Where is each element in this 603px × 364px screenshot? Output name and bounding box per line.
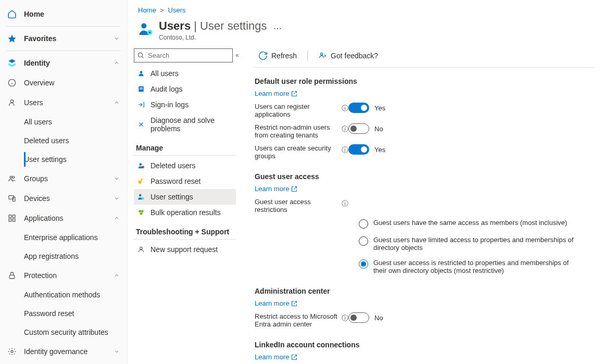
- section-title: LinkedIn account connections: [255, 341, 595, 349]
- sidebar-item-devices[interactable]: Devices: [0, 189, 127, 208]
- learn-more-link[interactable]: Learn more: [255, 185, 297, 193]
- sidebar-item-auth-methods[interactable]: Authentication methods: [24, 285, 127, 304]
- subnav: « All users Audit logs Sign-in logs Diag…: [128, 46, 242, 364]
- section-title: Guest user access: [255, 172, 595, 181]
- info-icon[interactable]: ⓘ: [342, 145, 348, 155]
- sidebar-item-favorites[interactable]: Favorites: [0, 29, 127, 48]
- signin-icon: [137, 101, 145, 109]
- sidebar-item-enterprise-apps[interactable]: Enterprise applications: [24, 228, 127, 247]
- subnav-diagnose[interactable]: Diagnose and solve problems: [134, 112, 236, 136]
- feedback-button[interactable]: Got feedback?: [314, 49, 382, 62]
- subnav-signin-logs[interactable]: Sign-in logs: [134, 97, 236, 112]
- info-icon: [7, 78, 17, 87]
- toolbar-label: Refresh: [271, 52, 297, 60]
- sidebar-item-label: Deleted users: [24, 136, 121, 145]
- toggle-create-groups[interactable]: [348, 144, 369, 155]
- subnav-label: Sign-in logs: [150, 101, 189, 109]
- svg-rect-8: [9, 215, 11, 218]
- svg-rect-11: [12, 219, 15, 221]
- info-icon[interactable]: ⓘ: [342, 124, 348, 134]
- section-guest-access: Guest user access Learn more Guest user …: [255, 172, 595, 274]
- sidebar-item-label: Protection: [24, 271, 114, 280]
- chevron-up-icon: [114, 272, 121, 279]
- lock-icon: [7, 271, 17, 280]
- collapse-subnav-button[interactable]: «: [235, 52, 239, 59]
- toggle-value: Yes: [374, 146, 385, 154]
- svg-point-33: [140, 247, 143, 249]
- subnav-support[interactable]: New support request: [134, 242, 236, 257]
- sidebar-item-applications[interactable]: Applications: [0, 208, 127, 228]
- svg-point-31: [141, 210, 144, 212]
- svg-point-23: [140, 163, 142, 166]
- radio-guest-limited[interactable]: Guest users have limited access to prope…: [359, 236, 595, 252]
- subnav-label: New support request: [150, 245, 218, 254]
- more-actions-button[interactable]: ⋯: [273, 23, 282, 33]
- svg-point-17: [138, 53, 142, 57]
- search-icon: [137, 52, 144, 59]
- sidebar-item-groups[interactable]: Groups: [0, 169, 127, 189]
- svg-point-13: [11, 350, 13, 353]
- sidebar-item-label: User settings: [24, 155, 121, 164]
- svg-point-14: [141, 23, 146, 29]
- chevron-up-icon: [114, 215, 121, 221]
- sidebar-item-label: Groups: [24, 174, 114, 183]
- toolbar-label: Got feedback?: [331, 52, 378, 60]
- svg-rect-26: [141, 179, 142, 182]
- subnav-all-users[interactable]: All users: [134, 66, 236, 81]
- subnav-password-reset[interactable]: Password reset: [134, 173, 236, 189]
- sidebar-item-password-reset[interactable]: Password reset: [24, 304, 127, 323]
- users-settings-icon: [138, 21, 154, 37]
- page-title-bold: Users: [159, 19, 191, 32]
- sidebar-item-protection[interactable]: Protection: [0, 266, 127, 285]
- refresh-button[interactable]: Refresh: [255, 49, 301, 62]
- subnav-user-settings[interactable]: User settings: [134, 189, 236, 205]
- subnav-audit-logs[interactable]: Audit logs: [134, 81, 236, 97]
- svg-point-24: [142, 166, 144, 169]
- svg-rect-10: [9, 219, 11, 221]
- svg-point-5: [12, 176, 15, 178]
- support-icon: [137, 245, 145, 254]
- search-input[interactable]: [134, 48, 233, 62]
- learn-more-link[interactable]: Learn more: [255, 90, 297, 97]
- toggle-register-apps[interactable]: [348, 103, 369, 113]
- setting-label: Restrict non-admin users from creating t…: [255, 123, 338, 139]
- sidebar-item-identity[interactable]: Identity: [0, 53, 127, 73]
- devices-icon: [7, 194, 17, 203]
- learn-more-link[interactable]: Learn more: [255, 353, 297, 361]
- section-linkedin: LinkedIn account connections Learn more …: [255, 341, 595, 364]
- sidebar-item-label: Applications: [24, 214, 114, 222]
- info-icon[interactable]: ⓘ: [342, 104, 348, 113]
- refresh-icon: [259, 52, 267, 60]
- sidebar-item-home[interactable]: Home: [0, 4, 127, 24]
- svg-rect-9: [12, 215, 15, 218]
- chevron-down-icon: [114, 35, 121, 42]
- subnav-deleted-users[interactable]: Deleted users: [134, 158, 236, 173]
- sidebar-item-custom-security[interactable]: Custom security attributes: [24, 323, 127, 342]
- subnav-bulk-ops[interactable]: Bulk operation results: [134, 205, 236, 220]
- subnav-label: Audit logs: [150, 85, 182, 93]
- sidebar-item-identity-governance[interactable]: Identity governance: [0, 342, 127, 361]
- breadcrumb-users[interactable]: Users: [168, 6, 186, 14]
- sidebar-item-users[interactable]: Users: [0, 93, 127, 112]
- setting-label: Users can create security groups: [255, 144, 338, 160]
- section-admin-center: Administration center Learn more Restric…: [255, 287, 595, 328]
- sidebar-item-deleted-users[interactable]: Deleted users: [24, 131, 127, 150]
- breadcrumb-home[interactable]: Home: [138, 6, 156, 14]
- learn-more-link[interactable]: Learn more: [255, 299, 297, 307]
- home-icon: [7, 9, 17, 19]
- svg-point-29: [142, 197, 144, 200]
- sidebar-item-app-registrations[interactable]: App registrations: [24, 247, 127, 266]
- toggle-restrict-admin-center[interactable]: [348, 312, 369, 323]
- sidebar-item-user-settings[interactable]: User settings: [24, 150, 127, 169]
- sidebar-item-all-users[interactable]: All users: [24, 112, 127, 131]
- toggle-restrict-tenants[interactable]: [348, 123, 369, 134]
- radio-guest-restricted[interactable]: Guest user access is restricted to prope…: [359, 259, 595, 274]
- main-panel: Refresh Got feedback? Default user role …: [242, 46, 603, 364]
- section-title: Administration center: [255, 287, 595, 295]
- sidebar-item-label: Enterprise applications: [24, 233, 121, 242]
- info-icon[interactable]: ⓘ: [342, 313, 348, 323]
- radio-guest-same-access[interactable]: Guest users have the same access as memb…: [359, 219, 595, 229]
- sidebar-item-overview[interactable]: Overview: [0, 73, 127, 93]
- info-icon[interactable]: ⓘ: [342, 199, 348, 208]
- diagnose-icon: [137, 120, 145, 129]
